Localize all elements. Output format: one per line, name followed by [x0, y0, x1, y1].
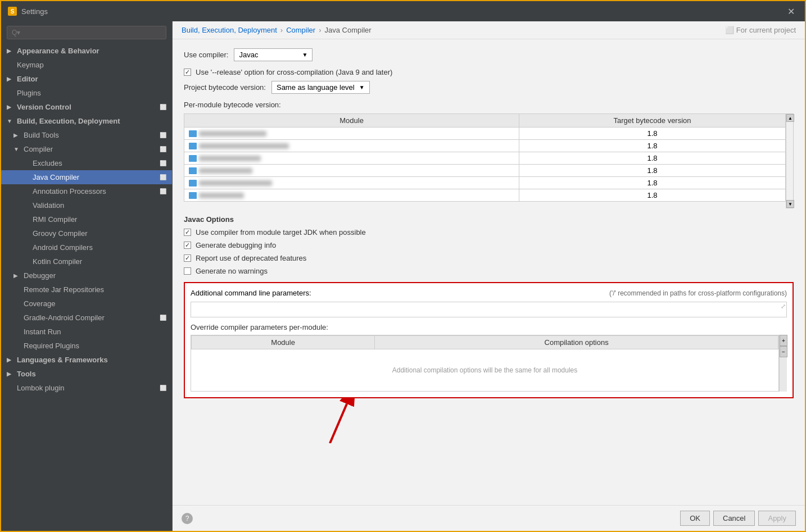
sidebar-item-label: Languages & Frameworks [17, 356, 108, 364]
sidebar-item-version-control[interactable]: ▶ Version Control ⬜ [1, 100, 172, 114]
sidebar-item-label: Groovy Compiler [33, 229, 88, 238]
bytecode-version-dropdown[interactable]: Same as language level ▼ [271, 81, 370, 94]
javac-option-1-checkbox[interactable] [184, 242, 191, 249]
sidebar-item-lombok[interactable]: Lombok plugin ⬜ [1, 381, 172, 395]
sidebar-item-appearance[interactable]: ▶ Appearance & Behavior [1, 44, 172, 58]
version-cell: 1.8 [519, 152, 786, 165]
sidebar-item-languages-frameworks[interactable]: ▶ Languages & Frameworks [1, 353, 172, 367]
javac-option-3-label: Generate no warnings [196, 267, 268, 275]
sidebar-item-label: Build Tools [24, 131, 59, 139]
breadcrumb-compiler[interactable]: Compiler [286, 26, 315, 34]
compiler-row: Use compiler: Javac ▼ [184, 48, 794, 61]
sidebar-item-java-compiler[interactable]: Java Compiler ⬜ [1, 170, 172, 184]
override-compilation-header: Compilation options [375, 336, 778, 349]
sidebar-item-debugger[interactable]: ▶ Debugger [1, 269, 172, 283]
per-module-label-text: Per-module bytecode version: [184, 101, 281, 109]
sidebar-item-label: Java Compiler [33, 173, 79, 181]
sidebar-item-tools[interactable]: ▶ Tools [1, 367, 172, 381]
sidebar-item-compiler[interactable]: ▼ Compiler ⬜ [1, 142, 172, 156]
javac-option-3-row[interactable]: Generate no warnings [184, 267, 794, 275]
cancel-button[interactable]: Cancel [713, 511, 755, 526]
sidebar-item-kotlin-compiler[interactable]: Kotlin Compiler [1, 254, 172, 269]
javac-option-2-row[interactable]: Report use of deprecated features [184, 254, 794, 262]
red-arrow [296, 398, 364, 445]
compiler-dropdown[interactable]: Javac ▼ [234, 48, 313, 61]
javac-option-1-label: Generate debugging info [196, 241, 276, 249]
sidebar-item-label: RMI Compiler [33, 215, 77, 224]
sidebar-item-groovy-compiler[interactable]: Groovy Compiler [1, 226, 172, 240]
sidebar-item-gradle-android[interactable]: Gradle-Android Compiler ⬜ [1, 311, 172, 325]
module-cell [184, 189, 519, 202]
for-project-label: For current project [736, 26, 796, 34]
svg-line-1 [330, 404, 347, 443]
table-row: 1.8 [184, 140, 786, 152]
sidebar-item-annotation-processors[interactable]: Annotation Processors ⬜ [1, 184, 172, 198]
module-name-blurred [199, 193, 244, 198]
sidebar-item-rmi-compiler[interactable]: RMI Compiler [1, 212, 172, 226]
additional-params-input[interactable] [191, 302, 787, 317]
sidebar-item-label: Compiler [24, 145, 53, 153]
sidebar-item-remote-jar[interactable]: Remote Jar Repositories [1, 283, 172, 297]
sidebar-item-instant-run[interactable]: Instant Run [1, 325, 172, 339]
bottom-bar: ? OK Cancel Apply [173, 505, 805, 531]
breadcrumb: Build, Execution, Deployment › Compiler … [173, 21, 805, 39]
module-name-blurred [199, 180, 272, 186]
help-button[interactable]: ? [182, 513, 193, 524]
javac-option-1-row[interactable]: Generate debugging info [184, 241, 794, 249]
table-row: 1.8 [184, 189, 786, 202]
module-icon [189, 155, 197, 162]
search-input[interactable] [7, 26, 166, 39]
sidebar-item-coverage[interactable]: Coverage [1, 297, 172, 311]
module-cell-content [189, 143, 514, 149]
remove-override-button[interactable]: − [780, 346, 787, 357]
breadcrumb-build[interactable]: Build, Execution, Deployment [182, 26, 277, 34]
javac-option-2-label: Report use of deprecated features [196, 254, 306, 262]
breadcrumb-java-compiler: Java Compiler [325, 26, 372, 34]
sidebar-item-excludes[interactable]: Excludes ⬜ [1, 156, 172, 170]
apply-button[interactable]: Apply [758, 511, 796, 526]
sidebar-item-keymap[interactable]: Keymap [1, 58, 172, 72]
module-cell [184, 177, 519, 189]
main-content: ▶ Appearance & Behavior Keymap ▶ Editor … [1, 21, 805, 531]
javac-option-0-row[interactable]: Use compiler from module target JDK when… [184, 228, 794, 237]
javac-option-3-checkbox[interactable] [184, 267, 191, 275]
sidebar-item-editor[interactable]: ▶ Editor [1, 72, 172, 86]
close-button[interactable]: ✕ [784, 5, 798, 18]
module-cell-content [189, 130, 514, 137]
spacer [7, 62, 13, 68]
module-cell-content [189, 167, 514, 174]
expand-icon[interactable]: ⤢ [781, 303, 786, 310]
javac-option-0-checkbox[interactable] [184, 229, 191, 236]
sidebar-item-required-plugins[interactable]: Required Plugins [1, 339, 172, 353]
ok-button[interactable]: OK [680, 511, 710, 526]
sidebar-item-plugins[interactable]: Plugins [1, 86, 172, 100]
per-module-label: Per-module bytecode version: [184, 101, 794, 109]
module-icon [189, 192, 197, 199]
module-icon [189, 180, 197, 187]
scroll-up-button[interactable]: ▲ [786, 114, 794, 122]
chevron-right-icon: ▶ [7, 357, 13, 363]
sidebar-item-label: Editor [17, 75, 38, 83]
additional-params-hint: ('/' recommended in paths for cross-plat… [609, 289, 787, 297]
add-override-button[interactable]: + [780, 335, 787, 346]
spacer [22, 230, 29, 237]
sidebar-item-label: Annotation Processors [33, 187, 106, 195]
override-section: Override compiler parameters per-module:… [191, 323, 787, 392]
spacer [13, 301, 20, 307]
cross-compile-checkbox[interactable] [184, 69, 191, 76]
javac-option-2-checkbox[interactable] [184, 254, 191, 262]
sidebar-item-build-execution[interactable]: ▼ Build, Execution, Deployment [1, 114, 172, 128]
dropdown-arrow-icon: ▼ [302, 52, 308, 58]
module-icon [189, 143, 197, 149]
scroll-down-button[interactable]: ▼ [786, 200, 794, 208]
breadcrumb-sep1: › [280, 26, 283, 34]
sidebar-item-validation[interactable]: Validation [1, 198, 172, 212]
settings-icon: ⬜ [160, 188, 166, 194]
sidebar-item-build-tools[interactable]: ▶ Build Tools ⬜ [1, 128, 172, 142]
module-name-blurred [199, 143, 289, 149]
version-col-header: Target bytecode version [519, 114, 786, 128]
cross-compile-checkbox-row[interactable]: Use '--release' option for cross-compila… [184, 68, 794, 76]
spacer [7, 90, 13, 96]
sidebar-item-label: Debugger [24, 271, 56, 280]
sidebar-item-android-compilers[interactable]: Android Compilers [1, 240, 172, 254]
